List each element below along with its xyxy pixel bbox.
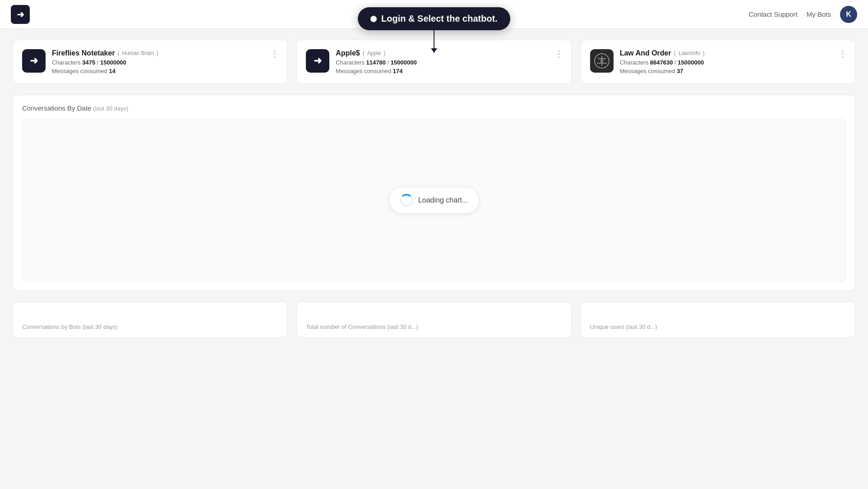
bot-info-0: Fireflies Notetaker (Human Brain) Charac… <box>52 49 278 74</box>
loading-indicator: Loading chart... <box>389 188 479 213</box>
bottom-card-0: Conversations by Bots (last 30 days) <box>13 302 287 338</box>
avatar[interactable]: K <box>840 6 857 23</box>
header-left: ➜ <box>11 5 30 24</box>
chart-title: Conversations By Date (last 30 days) <box>22 104 846 112</box>
chart-area: Loading chart... . <box>22 119 846 281</box>
bot-characters-1: Characters 114780 / 15000000 <box>336 59 562 66</box>
logo-icon: ➜ <box>17 9 24 20</box>
chart-section: Conversations By Date (last 30 days) Loa… <box>13 95 855 291</box>
tooltip-bubble: Login & Select the chatbot. <box>358 7 510 30</box>
bottom-card-1: Total number of Conversations (last 30 d… <box>296 302 571 338</box>
header: ➜ Login & Select the chatbot. Contact Su… <box>0 0 868 29</box>
loading-text: Loading chart... <box>418 196 468 204</box>
loading-spinner-icon <box>400 194 413 207</box>
logo-button[interactable]: ➜ <box>11 5 30 24</box>
contact-support-link[interactable]: Contact Support <box>748 10 797 18</box>
bot-name-2: Law And Order (LawsInfo) <box>620 49 846 57</box>
my-bots-link[interactable]: My Bots <box>807 10 831 18</box>
bot-characters-2: Characters 8647630 / 15000000 <box>620 59 846 66</box>
bot-menu-0[interactable]: ⋮ <box>270 49 280 58</box>
bot-messages-2: Messages consumed 37 <box>620 68 846 74</box>
tooltip-dot-icon <box>370 16 377 22</box>
bot-info-2: Law And Order (LawsInfo) Characters 8647… <box>620 49 846 74</box>
bot-card-2[interactable]: Law And Order (LawsInfo) Characters 8647… <box>581 40 855 84</box>
chart-tick: . <box>32 268 33 274</box>
bot-menu-2[interactable]: ⋮ <box>838 49 848 58</box>
tooltip-container: Login & Select the chatbot. <box>358 7 510 53</box>
tooltip-arrow-icon <box>434 30 434 53</box>
bottom-cards: Conversations by Bots (last 30 days) Tot… <box>13 302 855 338</box>
bottom-card-title-0: Conversations by Bots (last 30 days) <box>22 323 118 330</box>
bottom-card-title-1: Total number of Conversations (last 30 d… <box>306 323 418 330</box>
chart-subtitle: (last 30 days) <box>93 105 129 112</box>
bot-tag-0: ( <box>118 50 120 56</box>
bot-icon-0: ➜ <box>22 49 46 73</box>
bottom-card-2: Unique users (last 30 d...) <box>581 302 855 338</box>
bot-card-0[interactable]: ➜ Fireflies Notetaker (Human Brain) Char… <box>13 40 287 84</box>
bottom-card-title-2: Unique users (last 30 d...) <box>590 323 657 330</box>
bot-icon-2 <box>590 49 614 73</box>
bot-messages-1: Messages consumed 174 <box>336 68 562 74</box>
header-right: Contact Support My Bots K <box>748 6 857 23</box>
bot-name-0: Fireflies Notetaker (Human Brain) <box>52 49 278 57</box>
bot-characters-0: Characters 3475 / 15000000 <box>52 59 278 66</box>
tooltip-text: Login & Select the chatbot. <box>381 14 498 24</box>
bot-info-1: Apple$ (Apple) Characters 114780 / 15000… <box>336 49 562 74</box>
bot-messages-0: Messages consumed 14 <box>52 68 278 74</box>
bot-icon-1: ➜ <box>306 49 329 73</box>
bot-menu-1[interactable]: ⋮ <box>554 49 564 58</box>
main-content: ➜ Fireflies Notetaker (Human Brain) Char… <box>0 29 868 349</box>
